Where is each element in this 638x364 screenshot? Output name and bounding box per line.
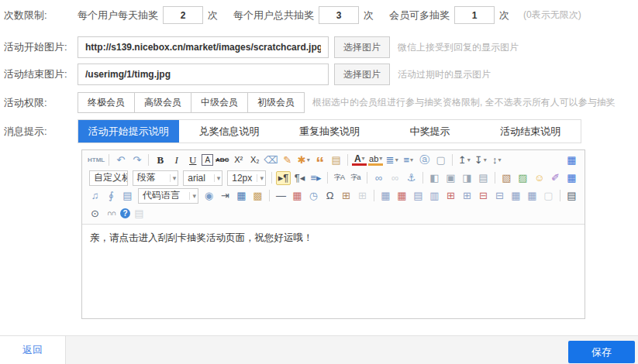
message-tab-2[interactable]: 重复抽奖说明 — [279, 120, 380, 143]
insert-table-icon[interactable]: ▦ — [378, 189, 393, 203]
table-title-icon[interactable]: ▥ — [427, 189, 442, 203]
font-size-select[interactable]: 12px▾ — [227, 170, 266, 186]
end-image-input[interactable] — [78, 64, 329, 85]
insert-row-icon[interactable]: ⊞ — [443, 189, 458, 203]
to-traditional-chinese-icon[interactable]: 字A — [332, 171, 347, 185]
page-doc-icon[interactable]: ▢ — [541, 189, 556, 203]
format-brush-icon[interactable]: ✎ — [280, 153, 295, 167]
text-indent-icon[interactable]: ≡▸ — [309, 171, 323, 185]
message-tab-1[interactable]: 兑奖信息说明 — [179, 120, 280, 143]
paragraph-select[interactable]: 段落▾ — [133, 170, 179, 186]
attachment-icon[interactable]: ∮ — [104, 189, 119, 203]
image-align-left-icon[interactable]: ◧ — [427, 171, 442, 185]
font-family-select[interactable]: arial▾ — [183, 170, 222, 186]
highlight-color-icon[interactable]: ab▾ — [368, 154, 383, 166]
message-tabs: 活动开始提示说明兑奖信息说明重复抽奖说明中奖提示活动结束说明 — [78, 119, 581, 143]
format-clear-icon[interactable]: ⌫ — [264, 153, 278, 167]
special-char-icon[interactable]: Ω — [322, 189, 337, 203]
strikethrough-icon[interactable]: ABC — [215, 153, 229, 167]
find-replace-icon[interactable]: ∩∩ — [104, 207, 119, 221]
undo-icon[interactable]: ↶ — [113, 153, 128, 167]
paragraph-direction-icon[interactable]: ¶◂ — [292, 171, 307, 185]
image-align-none-icon[interactable]: ▤ — [476, 171, 491, 185]
member-option-0[interactable]: 终极会员 — [78, 92, 135, 113]
italic-icon[interactable]: I — [169, 153, 184, 167]
table-caption-icon[interactable]: ▤ — [411, 189, 426, 203]
code-language-select[interactable]: 代码语言▾ — [138, 188, 198, 204]
underline-icon[interactable]: U — [185, 153, 200, 167]
end-image-label: 活动结束图片: — [0, 67, 78, 81]
paste-icon[interactable]: ▤ — [132, 207, 147, 221]
unordered-list-icon[interactable]: ≡▾ — [401, 153, 416, 167]
editor-content[interactable]: 亲，请点击进入刮刮卡抽奖活动页面，祝您好运哦！ — [82, 225, 585, 320]
start-image-input[interactable] — [78, 36, 329, 58]
anchor-icon[interactable]: ⚓ — [404, 171, 419, 185]
time-icon[interactable]: ◷ — [306, 189, 321, 203]
print-icon[interactable]: ▤ — [564, 189, 579, 203]
merge-cells-icon[interactable]: ▦ — [509, 189, 523, 203]
code-language-select-value: 代码语言 — [143, 189, 180, 202]
back-button[interactable]: 返回 — [0, 335, 66, 364]
member-option-2[interactable]: 中级会员 — [191, 92, 248, 113]
message-tab-3[interactable]: 中奖提示 — [380, 120, 481, 143]
redo-icon[interactable]: ↷ — [129, 153, 144, 167]
dropdown-caret-icon: ▾ — [307, 157, 310, 163]
horizontal-rule-icon[interactable]: — — [274, 189, 288, 203]
delete-row-icon[interactable]: ⊟ — [476, 189, 491, 203]
save-button[interactable]: 保存 — [568, 341, 635, 363]
delete-table-icon[interactable]: ▦ — [395, 189, 409, 203]
link-icon[interactable]: ∞ — [371, 171, 386, 185]
subscript-icon[interactable]: X₂ — [247, 153, 262, 167]
start-image-pick-button[interactable]: 选择图片 — [334, 36, 390, 58]
image-align-center-icon[interactable]: ▣ — [443, 171, 458, 185]
blockquote-icon[interactable]: “ — [312, 153, 327, 167]
to-simplified-chinese-icon[interactable]: 字a — [348, 171, 363, 185]
split-cells-icon[interactable]: ▦ — [525, 189, 540, 203]
music-icon[interactable]: ♫ — [88, 189, 102, 203]
unlink-icon[interactable]: ∞ — [388, 171, 402, 185]
image-align-right-icon[interactable]: ◨ — [460, 171, 474, 185]
member-option-1[interactable]: 高级会员 — [134, 92, 191, 113]
paragraph-spacing-top-icon[interactable]: ↥▾ — [457, 153, 471, 167]
insert-template-icon[interactable]: ▤ — [120, 189, 135, 203]
page-break-icon[interactable]: ⇥ — [218, 189, 233, 203]
per-day-input[interactable] — [163, 6, 203, 24]
message-tab-4[interactable]: 活动结束说明 — [480, 120, 581, 143]
google-map-icon[interactable]: ⊞ — [355, 189, 370, 203]
message-tab-0[interactable]: 活动开始提示说明 — [78, 120, 179, 143]
scrawl-icon[interactable]: ✐ — [548, 171, 563, 185]
bold-icon[interactable]: B — [153, 153, 167, 167]
indent-first-line-icon[interactable]: ▸¶ — [276, 171, 291, 185]
insert-video-icon[interactable]: ▦ — [564, 171, 579, 185]
dropdown-caret-icon: ▾ — [395, 157, 398, 163]
preview-icon[interactable]: ⊙ — [88, 207, 102, 221]
member-extra-input[interactable] — [454, 6, 495, 24]
font-color-icon[interactable]: A▾ — [352, 154, 367, 166]
insert-image-icon[interactable]: ▧ — [499, 171, 514, 185]
delete-col-icon[interactable]: ⊟ — [492, 189, 507, 203]
total-input[interactable] — [319, 6, 359, 24]
help-icon[interactable]: ? — [120, 208, 130, 218]
insert-iframe-icon[interactable]: ▦ — [234, 189, 249, 203]
line-height-icon[interactable]: ↕▾ — [489, 153, 504, 167]
paste-word-icon[interactable]: ▤ — [329, 153, 343, 167]
insert-col-icon[interactable]: ⊞ — [460, 189, 474, 203]
image-manager-icon[interactable]: ▨ — [516, 171, 530, 185]
superscript-icon[interactable]: X² — [231, 153, 246, 167]
blank-page-icon[interactable]: ▢ — [433, 153, 448, 167]
end-image-pick-button[interactable]: 选择图片 — [334, 64, 390, 85]
map-icon[interactable]: ⊞ — [339, 189, 353, 203]
anchor-tag-icon[interactable]: ⓐ — [417, 153, 432, 167]
source-code-icon[interactable]: HTML — [88, 153, 105, 167]
background-icon[interactable]: ▩ — [250, 189, 265, 203]
emoji-icon[interactable]: ☺ — [532, 171, 547, 185]
snapshot-icon[interactable]: ◉ — [202, 189, 216, 203]
ordered-list-icon[interactable]: ≣▾ — [385, 153, 399, 167]
fullscreen-icon[interactable]: ▦ — [564, 153, 579, 167]
paragraph-spacing-bottom-icon[interactable]: ↧▾ — [473, 153, 488, 167]
custom-title-select[interactable]: 自定义标题▾ — [89, 170, 128, 186]
char-border-icon[interactable]: A — [202, 154, 213, 166]
date-icon[interactable]: ▦ — [290, 189, 305, 203]
member-option-3[interactable]: 初级会员 — [247, 92, 305, 113]
auto-typeset-icon[interactable]: ✱▾ — [296, 153, 311, 167]
